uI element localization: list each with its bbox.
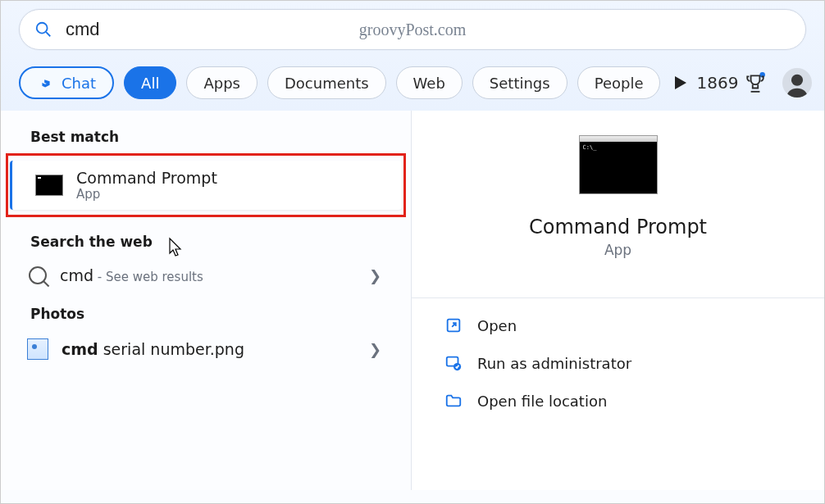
- filter-people-label: People: [595, 75, 644, 92]
- chevron-right-icon: ❯: [369, 341, 381, 358]
- preview-pane: Command Prompt App Open Run as administr…: [411, 111, 824, 490]
- search-header: groovyPost.com Chat All Apps Documents W…: [1, 1, 824, 111]
- more-filters-icon[interactable]: [675, 76, 686, 89]
- svg-line-1: [46, 32, 50, 36]
- bing-chat-icon: [37, 74, 55, 92]
- filter-settings[interactable]: Settings: [472, 66, 567, 99]
- filter-all-label: All: [141, 75, 159, 92]
- photo-rest: serial number.png: [98, 340, 244, 358]
- photo-row-text: cmd serial number.png: [62, 340, 356, 358]
- rewards-count: 1869: [696, 73, 738, 93]
- filter-chat[interactable]: Chat: [19, 66, 114, 99]
- preview-title: Command Prompt: [412, 216, 824, 238]
- search-icon: [29, 266, 47, 284]
- filter-apps[interactable]: Apps: [186, 66, 258, 99]
- folder-icon: [444, 392, 463, 410]
- filter-web[interactable]: Web: [396, 66, 463, 99]
- result-title: Command Prompt: [76, 169, 372, 187]
- action-run-admin[interactable]: Run as administrator: [412, 344, 824, 382]
- web-term: cmd: [60, 266, 93, 284]
- result-photo-cmd[interactable]: cmd serial number.png ❯: [1, 330, 411, 368]
- action-open-label: Open: [477, 317, 517, 334]
- results-area: Best match Command Prompt App Search the…: [1, 111, 824, 490]
- filter-all[interactable]: All: [124, 66, 176, 99]
- result-web-cmd[interactable]: cmd - See web results ❯: [1, 258, 411, 293]
- action-location-label: Open file location: [477, 393, 607, 410]
- photo-bold: cmd: [62, 340, 98, 358]
- results-left: Best match Command Prompt App Search the…: [1, 111, 411, 490]
- command-prompt-icon: [35, 175, 63, 196]
- result-subtitle: App: [76, 187, 372, 202]
- search-input[interactable]: [66, 19, 791, 40]
- user-avatar[interactable]: [782, 68, 812, 98]
- filter-documents-label: Documents: [285, 75, 369, 92]
- filter-apps-label: Apps: [203, 75, 240, 92]
- avatar-person-icon: [783, 70, 811, 98]
- result-command-prompt[interactable]: Command Prompt App: [10, 161, 402, 210]
- rewards-points[interactable]: 1869: [696, 72, 766, 93]
- preview-subtitle: App: [412, 242, 824, 258]
- search-web-heading: Search the web: [1, 229, 411, 258]
- preview-hero: Command Prompt App: [412, 135, 824, 258]
- action-admin-label: Run as administrator: [477, 355, 631, 372]
- filter-chat-label: Chat: [62, 75, 96, 92]
- action-open[interactable]: Open: [412, 306, 824, 344]
- trophy-icon: [745, 72, 766, 93]
- photos-heading: Photos: [1, 301, 411, 330]
- filter-documents[interactable]: Documents: [267, 66, 386, 99]
- result-text: Command Prompt App: [76, 169, 372, 202]
- svg-point-0: [37, 23, 48, 34]
- image-file-icon: [27, 338, 48, 360]
- svg-point-3: [791, 75, 803, 86]
- search-box[interactable]: groovyPost.com: [19, 9, 806, 50]
- header-right: 1869: [696, 68, 812, 98]
- preview-actions: Open Run as administrator Open file loca…: [412, 297, 824, 420]
- command-prompt-large-icon: [579, 135, 658, 194]
- admin-icon: [444, 354, 463, 372]
- search-icon: [34, 20, 52, 39]
- web-row-text: cmd - See web results: [60, 266, 356, 284]
- open-icon: [444, 316, 463, 334]
- filter-web-label: Web: [413, 75, 445, 92]
- filter-row: Chat All Apps Documents Web Settings Peo…: [19, 66, 806, 99]
- filter-people[interactable]: People: [577, 66, 661, 99]
- chevron-right-icon: ❯: [369, 267, 381, 284]
- filter-settings-label: Settings: [490, 75, 550, 92]
- web-hint: - See web results: [93, 270, 203, 284]
- annotation-highlight: Command Prompt App: [6, 153, 406, 217]
- action-open-location[interactable]: Open file location: [412, 382, 824, 420]
- best-match-heading: Best match: [1, 124, 411, 153]
